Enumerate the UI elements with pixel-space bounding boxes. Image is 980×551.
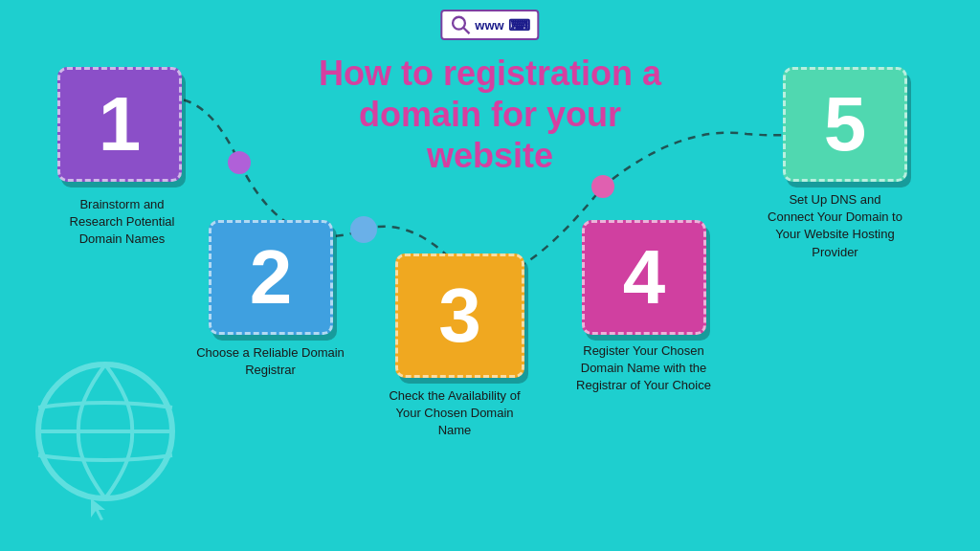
svg-point-0 xyxy=(453,17,465,30)
step-5-number: 5 xyxy=(824,80,867,168)
magnify-icon xyxy=(450,14,471,35)
step-5-box: 5 xyxy=(783,67,907,182)
svg-point-2 xyxy=(228,151,251,174)
step-2-label: Choose a Reliable Domain Registrar xyxy=(196,344,345,379)
step-4-box: 4 xyxy=(582,220,706,335)
step-4-label: Register Your Chosen Domain Name with th… xyxy=(565,342,723,395)
step-2-box: 2 xyxy=(209,220,333,335)
step-5-label: Set Up DNS and Connect Your Domain to Yo… xyxy=(766,191,904,261)
step-2-number: 2 xyxy=(250,233,293,321)
globe-icon xyxy=(19,350,191,522)
page-title: How to registration a domain for your we… xyxy=(308,53,672,177)
svg-point-5 xyxy=(591,175,614,198)
svg-marker-7 xyxy=(91,498,105,520)
step-4-number: 4 xyxy=(623,233,666,321)
step-3-label: Check the Availability of Your Chosen Do… xyxy=(378,387,531,440)
cursor-icon: ⌨ xyxy=(508,16,530,34)
svg-point-3 xyxy=(350,216,377,243)
svg-line-1 xyxy=(463,28,469,33)
www-label: www xyxy=(475,18,503,33)
step-3-number: 3 xyxy=(438,272,481,360)
step-3-box: 3 xyxy=(395,253,524,378)
step-1-number: 1 xyxy=(99,80,142,168)
step-1-box: 1 xyxy=(57,67,182,182)
www-icon: www ⌨ xyxy=(440,10,539,40)
step-1-label: Brainstorm and Research Potential Domain… xyxy=(53,196,191,249)
